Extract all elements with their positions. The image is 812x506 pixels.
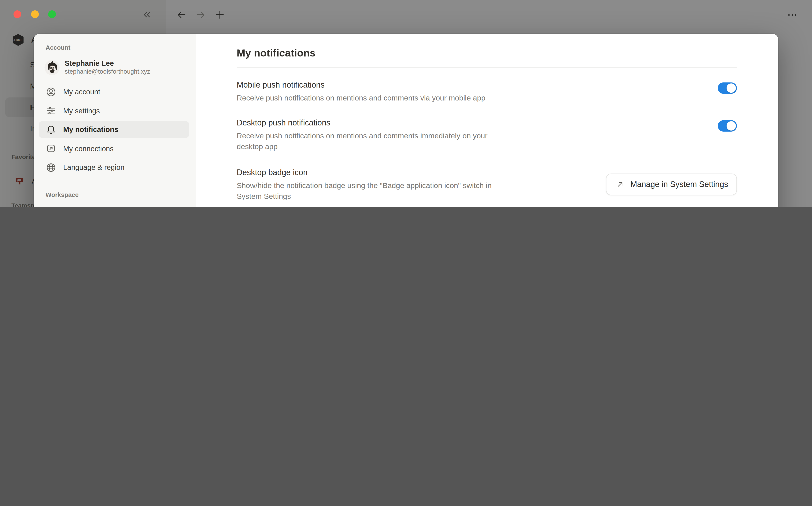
- arrow-up-right-box-icon: [46, 143, 57, 154]
- window-controls: [0, 0, 67, 29]
- nav-my-settings[interactable]: My settings: [39, 102, 189, 119]
- workspace-menu: Settings Teamspaces Members Analytics Si…: [34, 204, 196, 207]
- setting-title: Desktop badge icon: [237, 167, 492, 178]
- nav-my-notifications[interactable]: My notifications: [39, 121, 189, 138]
- toggle-knob: [727, 121, 736, 131]
- setting-description: Show/hide the notification badge using t…: [237, 180, 492, 202]
- page-title: My notifications: [237, 46, 737, 60]
- setting-row-mobile-push: Mobile push notifications Receive push n…: [237, 79, 737, 104]
- user-name: Stephanie Lee: [65, 59, 150, 68]
- screen: ACME Acme Search Mail Home Inbox Favorit…: [0, 0, 812, 207]
- zoom-window-button[interactable]: [48, 10, 56, 18]
- manage-system-settings-button[interactable]: Manage in System Settings: [606, 173, 737, 195]
- globe-icon: [46, 162, 57, 173]
- mobile-push-toggle[interactable]: [718, 82, 737, 94]
- nav-language-region[interactable]: Language & region: [39, 159, 189, 176]
- setting-row-desktop-badge: Desktop badge icon Show/hide the notific…: [237, 167, 737, 202]
- setting-description: Receive push notifications on mentions a…: [237, 93, 485, 103]
- setting-title: Mobile push notifications: [237, 79, 485, 91]
- toggle-knob: [727, 83, 736, 93]
- sliders-icon: [46, 105, 57, 116]
- arrow-up-right-icon: [615, 180, 626, 188]
- account-user-row[interactable]: Stephanie Lee stephanie@toolsforthought.…: [44, 59, 196, 76]
- user-email: stephanie@toolsforthought.xyz: [65, 68, 150, 76]
- notifications-settings-content: My notifications Mobile push notificatio…: [196, 34, 778, 207]
- setting-title: Desktop push notifications: [237, 117, 487, 129]
- settings-dialog: Account Stephanie Lee stephanie@toolsfor…: [34, 34, 778, 207]
- settings-nav-panel: Account Stephanie Lee stephanie@toolsfor…: [34, 34, 196, 207]
- bell-icon: [46, 124, 57, 135]
- avatar: [44, 60, 60, 75]
- minimize-window-button[interactable]: [31, 10, 39, 18]
- account-section-label: Account: [46, 44, 196, 51]
- account-menu: My account My settings My notifications …: [34, 83, 196, 176]
- desktop-push-toggle[interactable]: [718, 120, 737, 132]
- user-circle-icon: [46, 86, 57, 97]
- nav-my-account[interactable]: My account: [39, 83, 189, 100]
- nav-settings[interactable]: Settings: [39, 204, 189, 207]
- workspace-section-label: Workspace: [46, 191, 196, 198]
- divider: [237, 67, 737, 68]
- setting-row-desktop-push: Desktop push notifications Receive push …: [237, 117, 737, 152]
- nav-my-connections[interactable]: My connections: [39, 140, 189, 157]
- close-window-button[interactable]: [13, 10, 21, 18]
- setting-description: Receive push notifications on mentions a…: [237, 131, 487, 152]
